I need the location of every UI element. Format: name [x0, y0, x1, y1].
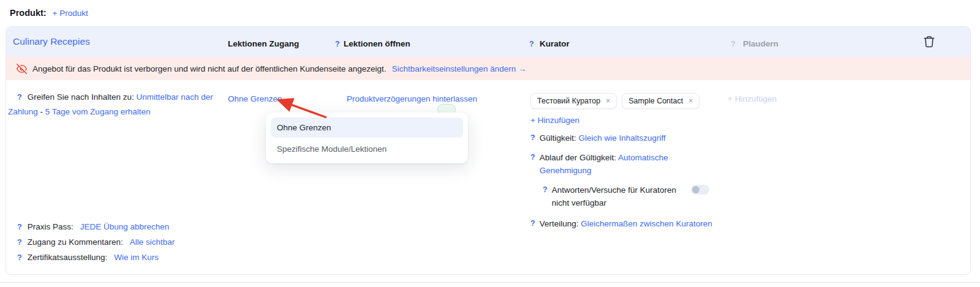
column-header-chat: Plaudern — [743, 39, 778, 48]
help-icon[interactable]: ? — [530, 151, 535, 164]
separator: - — [40, 107, 43, 116]
product-name-link[interactable]: Culinary Recepies — [13, 36, 90, 47]
delete-product-button[interactable] — [922, 35, 937, 50]
comments-access-value-link[interactable]: Alle sichtbar — [130, 237, 175, 247]
help-icon[interactable]: ? — [530, 132, 535, 144]
column-header-lessons-open: Lektionen öffnen — [344, 39, 410, 48]
help-icon[interactable]: ? — [17, 238, 22, 247]
help-icon[interactable]: ? — [17, 253, 22, 262]
practice-pass-value-link[interactable]: JEDE Übung abbrechen — [80, 222, 170, 231]
help-icon[interactable]: ? — [17, 223, 22, 231]
page-title: Produkt: — [10, 8, 47, 18]
distribution-value-link[interactable]: Gleichermaßen zwischen Kuratoren — [581, 219, 712, 228]
column-header-curator: Kurator — [540, 39, 570, 48]
lessons-access-dropdown: Ohne Grenzen Spezifische Module/Lektione… — [266, 113, 468, 163]
validity-row: ? Gültigkeit: Gleich wie Inhaltszugriff — [530, 132, 714, 144]
certificate-value-link[interactable]: Wie im Kurs — [114, 253, 159, 262]
content-access-label: Greifen Sie nach Inhalten zu: — [28, 92, 134, 102]
comments-access-label: Zugang zu Kommentaren: — [28, 237, 123, 247]
curator-tag-label: Тестовий Куратор — [537, 97, 600, 105]
answers-toggle[interactable] — [691, 185, 709, 195]
card-header: Culinary Recepies Lektionen Zugang ? Lek… — [6, 27, 970, 57]
answers-label: Antworten/Versuche für Kuratoren nicht v… — [552, 184, 678, 209]
distribution-row: ? Verteilung: Gleichermaßen zwischen Kur… — [530, 217, 714, 230]
add-chat-button-disabled: + Hinzufügen — [728, 94, 777, 103]
validity-expiry-row: ? Ablauf der Gültigkeit: Automatische Ge… — [530, 151, 714, 177]
help-icon[interactable]: ? — [335, 40, 340, 48]
curator-tag-label: Sample Contact — [628, 97, 683, 105]
help-icon[interactable]: ? — [543, 184, 548, 196]
warning-text: Angebot für das Produkt ist verborgen un… — [32, 64, 386, 73]
eye-off-icon — [17, 64, 27, 74]
curator-answers-row: ? Antworten/Versuche für Kuratoren nicht… — [543, 184, 714, 209]
add-curator-button[interactable]: + Hinzufügen — [530, 116, 714, 125]
close-icon[interactable]: × — [606, 97, 610, 105]
visibility-warning-banner: Angebot für das Produkt ist verborgen un… — [6, 57, 970, 80]
dropdown-option-no-limits[interactable]: Ohne Grenzen — [271, 117, 463, 138]
curator-tags: Тестовий Куратор × Sample Contact × — [530, 93, 714, 109]
product-delays-link[interactable]: Produktverzögerungen hinterlassen — [347, 94, 477, 103]
dropdown-option-specific-modules[interactable]: Spezifische Module/Lektionen — [271, 139, 463, 159]
visibility-settings-link[interactable]: Sichtbarkeitseinstellungen ändern → — [392, 64, 527, 73]
expiry-label: Ablauf der Gültigkeit: — [540, 153, 616, 162]
curator-tag: Sample Contact × — [622, 93, 699, 109]
certificate-row: ? Zertifikatsausstellung: Wie im Kurs — [17, 253, 175, 268]
lessons-access-value-link[interactable]: Ohne Grenzen — [228, 94, 282, 103]
certificate-label: Zertifikatsausstellung: — [28, 253, 108, 262]
trash-icon — [922, 35, 936, 48]
comments-access-row: ? Zugang zu Kommentaren: Alle sichtbar — [17, 237, 175, 253]
section-divider — [0, 282, 980, 283]
help-icon[interactable]: ? — [731, 40, 736, 48]
content-access-duration-link[interactable]: 5 Tage vom Zugang erhalten — [45, 107, 151, 116]
column-header-lessons-access: Lektionen Zugang — [228, 39, 299, 48]
product-card: Culinary Recepies Lektionen Zugang ? Lek… — [6, 26, 971, 275]
curator-tag: Тестовий Куратор × — [530, 93, 617, 109]
validity-value-link[interactable]: Gleich wie Inhaltszugriff — [578, 133, 665, 143]
content-access-row: ?Greifen Sie nach Inhalten zu: Unmittelb… — [8, 90, 224, 119]
close-icon[interactable]: × — [688, 97, 693, 105]
help-icon[interactable]: ? — [530, 217, 535, 230]
add-product-button[interactable]: + Produkt — [53, 9, 88, 18]
page: Produkt: + Produkt Culinary Recepies Lek… — [0, 0, 980, 287]
curator-column: Тестовий Куратор × Sample Contact × + Hi… — [530, 93, 714, 230]
distribution-label: Verteilung: — [540, 219, 579, 228]
footer-settings: ? Praxis Pass: JEDE Übung abbrechen ? Zu… — [17, 222, 175, 268]
help-icon[interactable]: ? — [17, 93, 22, 102]
help-icon[interactable]: ? — [529, 40, 534, 48]
validity-label: Gültigkeit: — [540, 133, 576, 143]
toggle-knob — [692, 186, 699, 193]
practice-pass-row: ? Praxis Pass: JEDE Übung abbrechen — [17, 222, 175, 237]
practice-pass-label: Praxis Pass: — [28, 222, 74, 231]
topbar: Produkt: + Produkt — [10, 8, 88, 18]
